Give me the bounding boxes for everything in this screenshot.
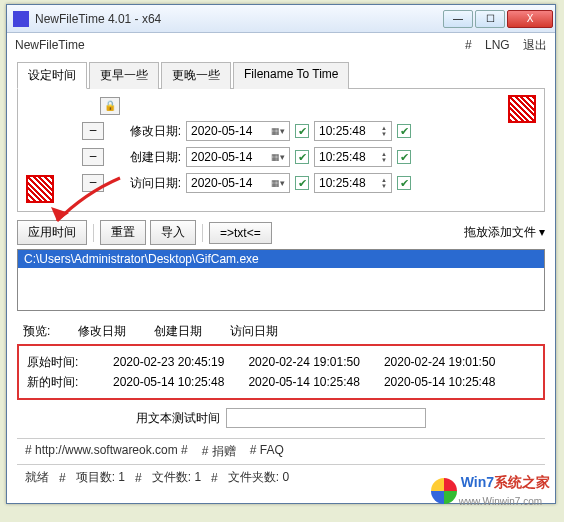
app-window: NewFileTime 4.01 - x64 — ☐ X NewFileTime…	[6, 4, 556, 504]
file-list-item[interactable]: C:\Users\Administrator\Desktop\GifCam.ex…	[18, 250, 544, 268]
spinner-icon[interactable]: ▲▼	[381, 125, 387, 137]
spinner-icon[interactable]: ▲▼	[381, 151, 387, 163]
preview-label: 预览:	[23, 323, 50, 340]
content-area: 设定时间 更早一些 更晚一些 Filename To Time 🔒 – 修改日期…	[7, 57, 555, 490]
check-modify-time[interactable]: ✔	[397, 124, 411, 138]
date-create[interactable]: 2020-05-14▦▾	[186, 147, 290, 167]
donate-link[interactable]: # 捐赠	[202, 443, 236, 460]
tab-earlier[interactable]: 更早一些	[89, 62, 159, 89]
watermark: Win7系统之家 www.Winwin7.com	[431, 474, 550, 508]
preview-box: 原始时间: 2020-02-23 20:45:19 2020-02-24 19:…	[17, 344, 545, 400]
test-input[interactable]	[226, 408, 426, 428]
titlebar[interactable]: NewFileTime 4.01 - x64 — ☐ X	[7, 5, 555, 33]
check-access-date[interactable]: ✔	[295, 176, 309, 190]
date-modify[interactable]: 2020-05-14▦▾	[186, 121, 290, 141]
calendar-icon[interactable]: ▦▾	[271, 178, 285, 188]
check-create-time[interactable]: ✔	[397, 150, 411, 164]
check-create-date[interactable]: ✔	[295, 150, 309, 164]
preview-row-new: 新的时间: 2020-05-14 10:25:48 2020-05-14 10:…	[27, 372, 535, 392]
touch-icon[interactable]	[508, 95, 536, 123]
minus-create[interactable]: –	[82, 148, 104, 166]
txt-button[interactable]: =>txt<=	[209, 222, 272, 244]
label-access: 访问日期:	[109, 175, 181, 192]
time-create[interactable]: 10:25:48▲▼	[314, 147, 392, 167]
window-title: NewFileTime 4.01 - x64	[35, 12, 443, 26]
windows-logo-icon	[431, 478, 457, 504]
window-buttons: — ☐ X	[443, 10, 553, 28]
minus-access[interactable]: –	[82, 174, 104, 192]
row-modify: – 修改日期: 2020-05-14▦▾ ✔ 10:25:48▲▼ ✔	[28, 121, 534, 141]
menu-hash[interactable]: #	[465, 38, 472, 52]
app-name-label: NewFileTime	[15, 38, 85, 52]
status-folders: 文件夹数: 0	[228, 469, 289, 486]
import-button[interactable]: 导入	[150, 220, 196, 245]
test-label: 用文本测试时间	[136, 410, 220, 427]
menu-exit[interactable]: 退出	[523, 38, 547, 52]
preview-header: 预览: 修改日期 创建日期 访问日期	[17, 323, 545, 340]
row-access: – 访问日期: 2020-05-14▦▾ ✔ 10:25:48▲▼ ✔	[28, 173, 534, 193]
tab-filename-to-time[interactable]: Filename To Time	[233, 62, 349, 89]
preview-row-original: 原始时间: 2020-02-23 20:45:19 2020-02-24 19:…	[27, 352, 535, 372]
minimize-button[interactable]: —	[443, 10, 473, 28]
calendar-icon[interactable]: ▦▾	[271, 152, 285, 162]
status-items: 项目数: 1	[76, 469, 125, 486]
col-modify: 修改日期	[78, 323, 126, 340]
status-files: 文件数: 1	[152, 469, 201, 486]
check-modify-date[interactable]: ✔	[295, 124, 309, 138]
app-icon	[13, 11, 29, 27]
tab-settime[interactable]: 设定时间	[17, 62, 87, 89]
time-access[interactable]: 10:25:48▲▼	[314, 173, 392, 193]
menubar: NewFileTime # LNG 退出	[7, 33, 555, 57]
file-list[interactable]: C:\Users\Administrator\Desktop\GifCam.ex…	[17, 249, 545, 311]
label-modify: 修改日期:	[109, 123, 181, 140]
maximize-button[interactable]: ☐	[475, 10, 505, 28]
minus-modify[interactable]: –	[82, 122, 104, 140]
drop-icon[interactable]	[26, 175, 54, 203]
spinner-icon[interactable]: ▲▼	[381, 177, 387, 189]
footer-links: # http://www.softwareok.com # # 捐赠 # FAQ	[17, 438, 545, 464]
tab-later[interactable]: 更晚一些	[161, 62, 231, 89]
reset-button[interactable]: 重置	[100, 220, 146, 245]
lock-toggle[interactable]: 🔒	[100, 97, 120, 115]
date-access[interactable]: 2020-05-14▦▾	[186, 173, 290, 193]
faq-link[interactable]: # FAQ	[250, 443, 284, 460]
drop-label: 拖放添加文件	[464, 225, 536, 239]
tabstrip: 设定时间 更早一些 更晚一些 Filename To Time	[17, 61, 545, 89]
drop-menu[interactable]: ▾	[539, 225, 545, 239]
tab-body: 🔒 – 修改日期: 2020-05-14▦▾ ✔ 10:25:48▲▼ ✔ – …	[17, 89, 545, 212]
col-create: 创建日期	[154, 323, 202, 340]
label-create: 创建日期:	[109, 149, 181, 166]
test-row: 用文本测试时间	[17, 408, 545, 428]
check-access-time[interactable]: ✔	[397, 176, 411, 190]
site-link[interactable]: # http://www.softwareok.com #	[25, 443, 188, 460]
apply-button[interactable]: 应用时间	[17, 220, 87, 245]
col-access: 访问日期	[230, 323, 278, 340]
close-button[interactable]: X	[507, 10, 553, 28]
calendar-icon[interactable]: ▦▾	[271, 126, 285, 136]
button-bar: 应用时间 重置 导入 =>txt<= 拖放添加文件 ▾	[17, 220, 545, 245]
status-ready: 就绪	[25, 469, 49, 486]
row-create: – 创建日期: 2020-05-14▦▾ ✔ 10:25:48▲▼ ✔	[28, 147, 534, 167]
menu-lng[interactable]: LNG	[485, 38, 510, 52]
time-modify[interactable]: 10:25:48▲▼	[314, 121, 392, 141]
